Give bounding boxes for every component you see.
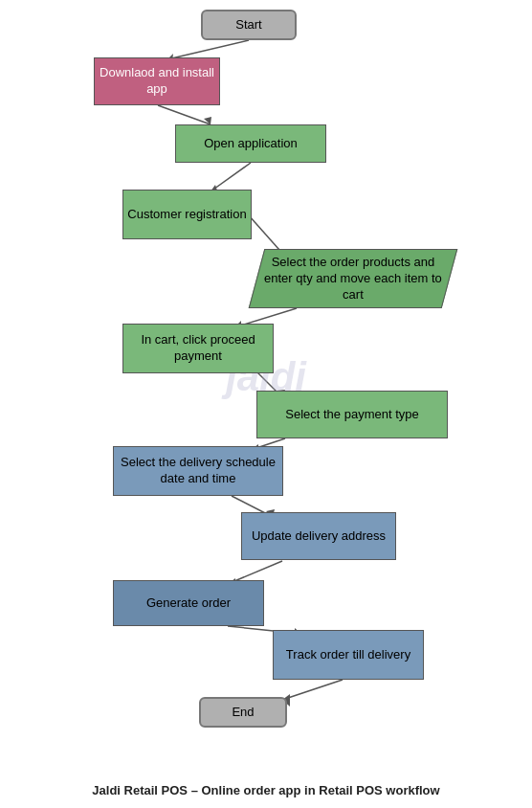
node-end-label: End xyxy=(232,705,254,721)
node-delivery-schedule-label: Select the delivery schedule date and ti… xyxy=(114,455,282,487)
svg-marker-3 xyxy=(204,117,211,124)
svg-line-20 xyxy=(282,680,343,700)
node-delivery-schedule: Select the delivery schedule date and ti… xyxy=(113,446,283,496)
node-generate-order: Generate order xyxy=(113,580,264,626)
node-generate-order-label: Generate order xyxy=(146,595,231,612)
node-select-order-label: Select the order products and enter qty … xyxy=(257,255,449,303)
node-download-label: Downlaod and install app xyxy=(95,65,219,98)
node-customer: Customer registration xyxy=(122,190,252,239)
node-payment-type-label: Select the payment type xyxy=(285,407,418,423)
flowchart-diagram: jaldi Start Downlaod and install app Ope… xyxy=(0,0,532,775)
node-start-label: Start xyxy=(235,17,261,34)
node-download: Downlaod and install app xyxy=(94,57,220,105)
node-open: Open application xyxy=(175,124,326,163)
node-update-delivery: Update delivery address xyxy=(241,512,396,560)
footer-label: Jaldi Retail POS – Online order app in R… xyxy=(0,775,532,805)
node-end: End xyxy=(199,697,287,728)
arrows-layer xyxy=(0,0,532,775)
node-payment-type: Select the payment type xyxy=(256,391,448,438)
node-in-cart-label: In cart, click proceed payment xyxy=(123,332,273,365)
svg-line-0 xyxy=(167,40,249,59)
node-open-label: Open application xyxy=(204,136,298,152)
node-track-order-label: Track order till delivery xyxy=(286,647,410,663)
node-track-order: Track order till delivery xyxy=(273,630,424,680)
svg-line-2 xyxy=(158,105,211,124)
svg-line-4 xyxy=(211,163,251,191)
node-update-delivery-label: Update delivery address xyxy=(252,528,386,545)
node-in-cart: In cart, click proceed payment xyxy=(122,324,274,373)
node-customer-label: Customer registration xyxy=(127,207,246,223)
node-select-order: Select the order products and enter qty … xyxy=(249,249,458,308)
node-start: Start xyxy=(201,10,297,40)
